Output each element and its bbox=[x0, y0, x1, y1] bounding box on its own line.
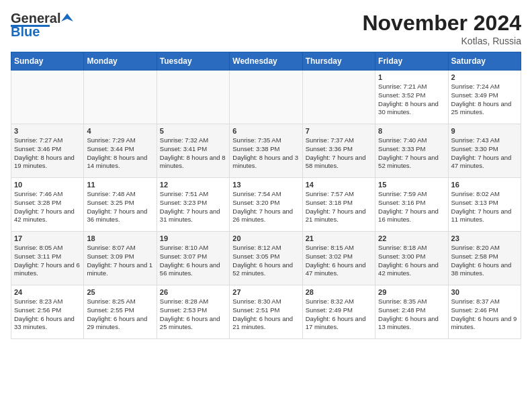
day-number: 2 bbox=[451, 73, 518, 81]
day-cell: 1Sunrise: 7:21 AMSunset: 3:52 PMDaylight… bbox=[375, 71, 448, 124]
day-cell: 18Sunrise: 8:07 AMSunset: 3:09 PMDayligh… bbox=[84, 232, 157, 285]
header-cell-tuesday: Tuesday bbox=[157, 52, 229, 71]
day-content: Sunrise: 8:32 AMSunset: 2:49 PMDaylight:… bbox=[306, 298, 372, 332]
day-number: 28 bbox=[306, 288, 372, 296]
day-cell: 5Sunrise: 7:32 AMSunset: 3:41 PMDaylight… bbox=[157, 124, 229, 178]
day-content: Sunrise: 8:15 AMSunset: 3:02 PMDaylight:… bbox=[306, 244, 372, 278]
day-number: 26 bbox=[160, 288, 226, 296]
day-number: 29 bbox=[378, 288, 445, 296]
day-content: Sunrise: 8:25 AMSunset: 2:55 PMDaylight:… bbox=[87, 298, 153, 332]
page-header: General Blue November 2024 Kotlas, Russi… bbox=[11, 11, 521, 46]
day-number: 23 bbox=[451, 234, 518, 242]
header-cell-sunday: Sunday bbox=[11, 52, 84, 71]
day-content: Sunrise: 8:30 AMSunset: 2:51 PMDaylight:… bbox=[232, 298, 299, 332]
day-number: 15 bbox=[378, 181, 445, 189]
day-cell: 29Sunrise: 8:35 AMSunset: 2:48 PMDayligh… bbox=[375, 285, 448, 339]
day-content: Sunrise: 7:57 AMSunset: 3:18 PMDaylight:… bbox=[306, 190, 372, 224]
day-cell: 16Sunrise: 8:02 AMSunset: 3:13 PMDayligh… bbox=[448, 178, 521, 232]
day-number: 27 bbox=[232, 288, 299, 296]
day-cell: 4Sunrise: 7:29 AMSunset: 3:44 PMDaylight… bbox=[84, 124, 157, 178]
day-content: Sunrise: 7:54 AMSunset: 3:20 PMDaylight:… bbox=[232, 190, 299, 224]
day-content: Sunrise: 7:21 AMSunset: 3:52 PMDaylight:… bbox=[378, 83, 445, 117]
week-row-1: 1Sunrise: 7:21 AMSunset: 3:52 PMDaylight… bbox=[11, 71, 521, 124]
day-number: 4 bbox=[87, 127, 153, 135]
header-cell-thursday: Thursday bbox=[302, 52, 375, 71]
day-cell: 9Sunrise: 7:43 AMSunset: 3:30 PMDaylight… bbox=[448, 124, 521, 178]
day-cell: 12Sunrise: 7:51 AMSunset: 3:23 PMDayligh… bbox=[157, 178, 229, 232]
day-content: Sunrise: 8:12 AMSunset: 3:05 PMDaylight:… bbox=[232, 244, 299, 278]
header-row: SundayMondayTuesdayWednesdayThursdayFrid… bbox=[11, 52, 521, 71]
day-content: Sunrise: 7:37 AMSunset: 3:36 PMDaylight:… bbox=[306, 136, 372, 171]
week-row-4: 17Sunrise: 8:05 AMSunset: 3:11 PMDayligh… bbox=[11, 232, 521, 285]
day-content: Sunrise: 7:29 AMSunset: 3:44 PMDaylight:… bbox=[87, 136, 153, 171]
logo-blue: Blue bbox=[11, 24, 40, 40]
day-content: Sunrise: 8:10 AMSunset: 3:07 PMDaylight:… bbox=[160, 244, 226, 278]
day-number: 17 bbox=[14, 234, 81, 242]
day-cell: 22Sunrise: 8:18 AMSunset: 3:00 PMDayligh… bbox=[375, 232, 448, 285]
day-cell: 11Sunrise: 7:48 AMSunset: 3:25 PMDayligh… bbox=[84, 178, 157, 232]
week-row-3: 10Sunrise: 7:46 AMSunset: 3:28 PMDayligh… bbox=[11, 178, 521, 232]
day-number: 18 bbox=[87, 234, 153, 242]
week-row-2: 3Sunrise: 7:27 AMSunset: 3:46 PMDaylight… bbox=[11, 124, 521, 178]
day-cell: 13Sunrise: 7:54 AMSunset: 3:20 PMDayligh… bbox=[230, 178, 302, 232]
day-cell bbox=[302, 71, 375, 124]
day-content: Sunrise: 8:37 AMSunset: 2:46 PMDaylight:… bbox=[451, 298, 518, 332]
day-cell: 7Sunrise: 7:37 AMSunset: 3:36 PMDaylight… bbox=[302, 124, 375, 178]
header-cell-friday: Friday bbox=[375, 52, 448, 71]
day-number: 9 bbox=[451, 127, 518, 135]
day-cell: 17Sunrise: 8:05 AMSunset: 3:11 PMDayligh… bbox=[11, 232, 84, 285]
location: Kotlas, Russia bbox=[362, 36, 521, 46]
day-content: Sunrise: 8:35 AMSunset: 2:48 PMDaylight:… bbox=[378, 298, 445, 332]
day-number: 10 bbox=[14, 181, 81, 189]
day-content: Sunrise: 8:28 AMSunset: 2:53 PMDaylight:… bbox=[160, 298, 226, 332]
day-content: Sunrise: 7:43 AMSunset: 3:30 PMDaylight:… bbox=[451, 136, 518, 171]
day-number: 19 bbox=[160, 234, 226, 242]
day-number: 22 bbox=[378, 234, 445, 242]
day-content: Sunrise: 7:24 AMSunset: 3:49 PMDaylight:… bbox=[451, 83, 518, 117]
day-content: Sunrise: 7:51 AMSunset: 3:23 PMDaylight:… bbox=[160, 190, 226, 224]
day-content: Sunrise: 8:18 AMSunset: 3:00 PMDaylight:… bbox=[378, 244, 445, 278]
day-cell: 30Sunrise: 8:37 AMSunset: 2:46 PMDayligh… bbox=[448, 285, 521, 339]
day-cell bbox=[11, 71, 84, 124]
day-number: 16 bbox=[451, 181, 518, 189]
header-cell-wednesday: Wednesday bbox=[230, 52, 302, 71]
day-number: 8 bbox=[378, 127, 445, 135]
day-content: Sunrise: 7:27 AMSunset: 3:46 PMDaylight:… bbox=[14, 136, 81, 171]
day-cell bbox=[157, 71, 229, 124]
day-number: 7 bbox=[306, 127, 372, 135]
day-cell: 25Sunrise: 8:25 AMSunset: 2:55 PMDayligh… bbox=[84, 285, 157, 339]
month-title: November 2024 bbox=[362, 11, 521, 36]
day-content: Sunrise: 8:02 AMSunset: 3:13 PMDaylight:… bbox=[451, 190, 518, 224]
day-cell: 3Sunrise: 7:27 AMSunset: 3:46 PMDaylight… bbox=[11, 124, 84, 178]
day-content: Sunrise: 7:40 AMSunset: 3:33 PMDaylight:… bbox=[378, 136, 445, 171]
day-content: Sunrise: 7:59 AMSunset: 3:16 PMDaylight:… bbox=[378, 190, 445, 224]
day-number: 14 bbox=[306, 181, 372, 189]
day-number: 21 bbox=[306, 234, 372, 242]
day-number: 6 bbox=[232, 127, 299, 135]
day-cell: 26Sunrise: 8:28 AMSunset: 2:53 PMDayligh… bbox=[157, 285, 229, 339]
day-cell: 28Sunrise: 8:32 AMSunset: 2:49 PMDayligh… bbox=[302, 285, 375, 339]
day-cell: 15Sunrise: 7:59 AMSunset: 3:16 PMDayligh… bbox=[375, 178, 448, 232]
day-number: 3 bbox=[14, 127, 81, 135]
day-content: Sunrise: 8:05 AMSunset: 3:11 PMDaylight:… bbox=[14, 244, 81, 278]
day-number: 1 bbox=[378, 73, 445, 81]
day-cell: 19Sunrise: 8:10 AMSunset: 3:07 PMDayligh… bbox=[157, 232, 229, 285]
day-number: 25 bbox=[87, 288, 153, 296]
logo: General Blue bbox=[11, 11, 74, 40]
day-content: Sunrise: 8:23 AMSunset: 2:56 PMDaylight:… bbox=[14, 298, 81, 332]
day-cell: 10Sunrise: 7:46 AMSunset: 3:28 PMDayligh… bbox=[11, 178, 84, 232]
day-cell bbox=[230, 71, 302, 124]
title-block: November 2024 Kotlas, Russia bbox=[362, 11, 521, 46]
day-cell: 14Sunrise: 7:57 AMSunset: 3:18 PMDayligh… bbox=[302, 178, 375, 232]
day-cell: 20Sunrise: 8:12 AMSunset: 3:05 PMDayligh… bbox=[230, 232, 302, 285]
calendar-table: SundayMondayTuesdayWednesdayThursdayFrid… bbox=[11, 52, 521, 339]
day-content: Sunrise: 8:20 AMSunset: 2:58 PMDaylight:… bbox=[451, 244, 518, 278]
header-cell-monday: Monday bbox=[84, 52, 157, 71]
day-number: 12 bbox=[160, 181, 226, 189]
day-cell: 27Sunrise: 8:30 AMSunset: 2:51 PMDayligh… bbox=[230, 285, 302, 339]
day-cell: 24Sunrise: 8:23 AMSunset: 2:56 PMDayligh… bbox=[11, 285, 84, 339]
day-number: 11 bbox=[87, 181, 153, 189]
day-content: Sunrise: 7:35 AMSunset: 3:38 PMDaylight:… bbox=[232, 136, 299, 171]
day-cell: 21Sunrise: 8:15 AMSunset: 3:02 PMDayligh… bbox=[302, 232, 375, 285]
day-cell: 2Sunrise: 7:24 AMSunset: 3:49 PMDaylight… bbox=[448, 71, 521, 124]
